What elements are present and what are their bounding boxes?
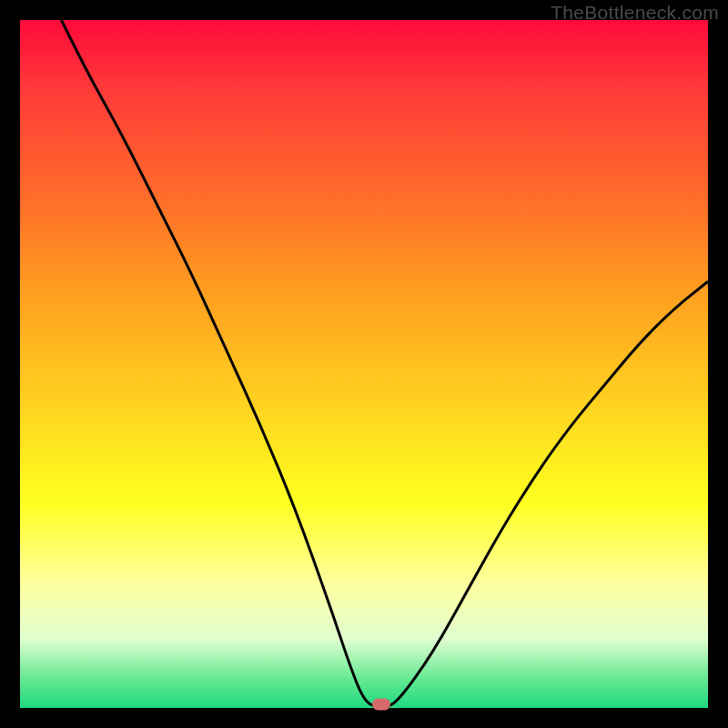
chart-frame: TheBottleneck.com bbox=[0, 0, 728, 728]
watermark-text: TheBottleneck.com bbox=[551, 2, 719, 24]
bottleneck-curve bbox=[61, 20, 708, 708]
plot-area bbox=[20, 20, 708, 708]
optimal-marker bbox=[372, 699, 390, 711]
curve-svg bbox=[20, 20, 708, 708]
